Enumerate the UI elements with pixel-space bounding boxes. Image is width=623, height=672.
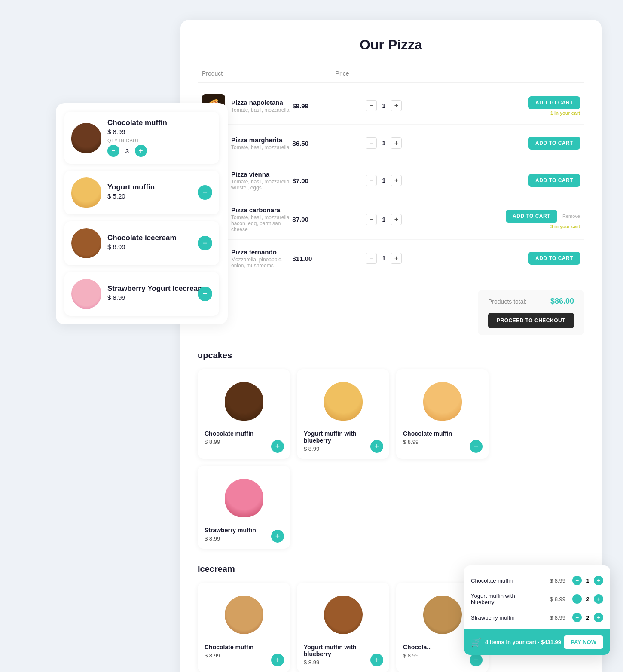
grid-card-straw-muffin: Strawberry muffin $ 8.99 + (198, 466, 290, 549)
carbonara-name: Pizza carbonara (231, 206, 292, 214)
carbonara-plus[interactable]: + (391, 214, 402, 225)
choc-icecream-info: Chocolate icecream $ 8.99 (101, 234, 212, 253)
vienna-plus[interactable]: + (391, 175, 402, 186)
fernando-price: $11.00 (292, 255, 366, 262)
choc-muffin-image (71, 123, 101, 153)
carbonara-remove-label[interactable]: Remove (562, 214, 580, 219)
cart-item-1-plus[interactable]: + (594, 576, 603, 585)
grid-yogurt-blueberry-add-btn[interactable]: + (370, 440, 383, 453)
product-card-choc-icecream: Chocolate icecream $ 8.99 + (64, 221, 219, 265)
totals-label: Products total: (488, 298, 527, 305)
cart-item-3-minus[interactable]: − (572, 613, 582, 622)
product-card-yogurt-muffin: Yogurt muffin $ 5.20 + (64, 171, 219, 214)
cart-footer: 🛒 4 items in your cart · $431.99 PAY NOW (464, 629, 610, 655)
qty-minus-btn[interactable]: − (107, 145, 119, 157)
napoletana-desc: Tomate, basil, mozzarella (231, 107, 292, 113)
grid-yogurt-blueberry-name: Yogurt muffin with blueberry (304, 430, 382, 444)
napoletana-minus[interactable]: − (366, 100, 377, 111)
cart-item-3-name: Strawberry muffin (471, 614, 534, 621)
grid-choc-muffin2-img (403, 378, 482, 425)
napoletana-stepper: − 1 + (366, 100, 458, 111)
product-card-straw-icecream: Strawberry Yogurt Icecream $ 8.99 + (64, 272, 219, 316)
fernando-add-cart-btn[interactable]: ADD TO CART (528, 252, 580, 265)
cart-item-2-qty: 2 (584, 596, 591, 602)
napoletana-add-cart-btn[interactable]: ADD TO CART (528, 96, 580, 109)
choc-muffin-price: $ 8.99 (107, 128, 212, 135)
grid-choc-muffin2-name: Chocolate muffin (403, 430, 482, 437)
grid-choc-ice-add-btn[interactable]: + (271, 654, 284, 666)
choc-icecream-add-btn[interactable]: + (198, 236, 212, 250)
napoletana-plus[interactable]: + (391, 100, 402, 111)
grid-yogurt-blue-ice-add-btn[interactable]: + (370, 654, 383, 666)
header-action (491, 70, 580, 77)
grid-card-yogurt-blue-ice: Yogurt muffin with blueberry $ 8.99 + (297, 583, 389, 672)
fernando-plus[interactable]: + (391, 253, 402, 264)
totals-row: Products total: $86.00 (488, 297, 574, 306)
grid-card-choc-muffin2: Chocolate muffin $ 8.99 + (396, 369, 489, 459)
qty-number: 3 (123, 147, 131, 155)
header-qty (402, 70, 491, 77)
cart-item-2: Yogurt muffin with blueberry $ 8.99 − 2 … (471, 589, 603, 609)
cart-item-2-qty-controls: − 2 + (565, 594, 603, 604)
carbonara-desc: Tomate, basil, mozzarella, bacon, egg, p… (231, 214, 292, 232)
grid-choc-ice2-add-btn[interactable]: + (470, 654, 483, 666)
grid-straw-muffin-name: Strawberry muffin (205, 527, 283, 534)
cart-item-1-minus[interactable]: − (572, 576, 582, 585)
pizza-table: Product Price 🍕 Pizza napoletana Tomate,… (198, 70, 584, 277)
yogurt-muffin-price: $ 5.20 (107, 192, 212, 200)
yogurt-muffin-add-btn[interactable]: + (198, 185, 212, 200)
grid-card-choc-muffin: Chocolate muffin $ 8.99 + (198, 369, 290, 459)
margherita-minus[interactable]: − (366, 137, 377, 149)
cart-item-2-name: Yogurt muffin with blueberry (471, 593, 534, 605)
cart-item-2-plus[interactable]: + (594, 594, 603, 604)
cupcakes-section-title: upcakes (198, 351, 584, 360)
margherita-plus[interactable]: + (391, 137, 402, 149)
pizza-row-vienna: 🍕 Pizza vienna Tomate, basil, mozzarella… (198, 162, 584, 199)
grid-straw-muffin-img (205, 474, 283, 522)
grid-yogurt-blueberry-img (304, 378, 382, 425)
margherita-desc: Tomate, basil, mozzarella (231, 144, 292, 150)
napoletana-qty: 1 (379, 102, 388, 109)
mobile-product-list: Chocolate muffin $ 8.99 QTY IN CART − 3 … (56, 103, 228, 324)
qty-plus-btn[interactable]: + (135, 145, 147, 157)
fernando-name: Pizza fernando (231, 248, 292, 256)
checkout-btn[interactable]: PROCEED TO CHECKOUT (488, 313, 574, 328)
vienna-minus[interactable]: − (366, 175, 377, 186)
straw-icecream-name: Strawberry Yogurt Icecream (107, 284, 212, 293)
fernando-desc: Mozzarella, pineapple, onion, mushrooms (231, 257, 292, 269)
cart-item-1: Chocolate muffin $ 8.99 − 1 + (471, 572, 603, 589)
grid-choc-muffin-img (205, 378, 283, 425)
cupcakes-grid: Chocolate muffin $ 8.99 + Yogurt muffin … (198, 369, 584, 549)
straw-icecream-add-btn[interactable]: + (198, 287, 212, 301)
margherita-add-cart-btn[interactable]: ADD TO CART (528, 137, 580, 150)
cart-item-3: Strawberry muffin $ 8.99 − 2 + (471, 609, 603, 626)
grid-choc-muffin-add-btn[interactable]: + (271, 440, 284, 453)
pay-now-btn[interactable]: PAY NOW (564, 635, 603, 649)
carbonara-action: ADD TO CART Remove 3 in your cart (458, 210, 580, 229)
vienna-add-cart-btn[interactable]: ADD TO CART (528, 174, 580, 187)
cart-item-3-qty-controls: − 2 + (565, 613, 603, 622)
cart-item-3-price: $ 8.99 (534, 614, 565, 621)
yogurt-muffin-name: Yogurt muffin (107, 183, 212, 192)
napoletana-price: $9.99 (292, 102, 366, 110)
fernando-minus[interactable]: − (366, 253, 377, 264)
cart-item-1-price: $ 8.99 (534, 577, 565, 584)
grid-choc-muffin-name: Chocolate muffin (205, 430, 283, 437)
grid-choc-muffin2-add-btn[interactable]: + (470, 440, 483, 453)
carbonara-minus[interactable]: − (366, 214, 377, 225)
napoletana-info: Pizza napoletana Tomate, basil, mozzarel… (231, 99, 292, 113)
margherita-info: Pizza margherita Tomate, basil, mozzarel… (231, 136, 292, 150)
cart-item-1-qty: 1 (584, 577, 591, 584)
cart-summary-text: 4 items in your cart · $431.99 (485, 639, 561, 645)
grid-straw-muffin-add-btn[interactable]: + (271, 530, 284, 543)
pizza-row-carbonara: 🍕 Pizza carbonara Tomate, basil, mozzare… (198, 199, 584, 240)
carbonara-add-cart-btn[interactable]: ADD TO CART (506, 210, 557, 223)
grid-card-choc-ice: Chocolate muffin $ 8.99 + (198, 583, 290, 672)
margherita-name: Pizza margherita (231, 136, 292, 144)
cart-item-3-plus[interactable]: + (594, 613, 603, 622)
grid-choc-ice-name: Chocolate muffin (205, 644, 283, 651)
margherita-stepper: − 1 + (366, 137, 458, 149)
cart-item-2-minus[interactable]: − (572, 594, 582, 604)
vienna-info: Pizza vienna Tomate, basil, mozzarella, … (231, 171, 292, 191)
vienna-price: $7.00 (292, 177, 366, 184)
